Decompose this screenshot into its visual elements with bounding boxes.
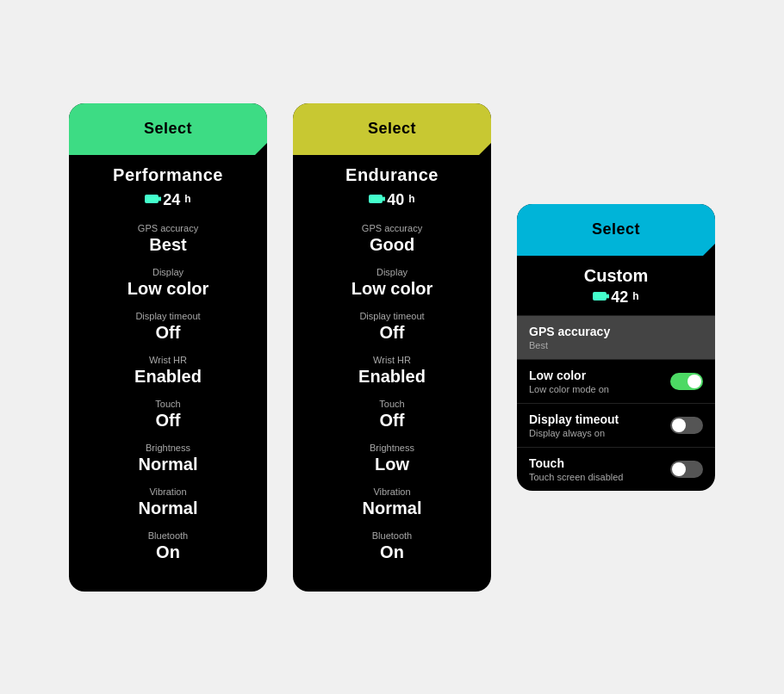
stat-vibration-label: Vibration <box>83 486 253 497</box>
stat-display-timeout: Display timeout Off <box>83 311 253 343</box>
stat-brightness-value: Normal <box>83 455 253 474</box>
endurance-stat-vibration: Vibration Normal <box>307 486 477 518</box>
endurance-stat-brightness: Brightness Low <box>307 443 477 474</box>
custom-body: Custom 42 h GPS accuracy Best Low color … <box>517 256 715 491</box>
custom-mode-name: Custom <box>517 266 715 286</box>
setting-touch[interactable]: Touch Touch screen disabled <box>517 447 715 491</box>
setting-gps-sub: Best <box>529 340 610 350</box>
endurance-battery-row: 40 h <box>307 189 477 209</box>
setting-display-timeout-title: Display timeout <box>529 412 619 426</box>
endurance-stat-display-timeout: Display timeout Off <box>307 311 477 343</box>
endurance-stat-display: Display Low color <box>307 267 477 299</box>
endurance-battery-hours: 40 h <box>387 189 414 209</box>
battery-icon <box>145 195 159 203</box>
endurance-stat-wrist-hr-value: Enabled <box>307 367 477 387</box>
stat-display-value: Low color <box>83 279 253 299</box>
endurance-stat-display-label: Display <box>307 267 477 277</box>
endurance-stat-touch-label: Touch <box>307 399 477 409</box>
stat-touch-label: Touch <box>83 399 253 409</box>
custom-select-label[interactable]: Select <box>592 220 640 239</box>
endurance-stat-gps-value: Good <box>307 235 477 255</box>
touch-toggle[interactable] <box>670 461 703 478</box>
endurance-stat-brightness-label: Brightness <box>307 443 477 453</box>
endurance-stat-display-timeout-label: Display timeout <box>307 311 477 321</box>
endurance-stat-touch: Touch Off <box>307 399 477 431</box>
performance-body: Performance 24 h GPS accuracy Best Displ… <box>69 155 267 592</box>
setting-low-color-left: Low color Low color mode on <box>529 369 609 394</box>
stat-vibration-value: Normal <box>83 499 253 518</box>
performance-select-label[interactable]: Select <box>144 120 192 138</box>
setting-touch-left: Touch Touch screen disabled <box>529 456 623 482</box>
endurance-stat-display-timeout-value: Off <box>307 323 477 343</box>
setting-touch-title: Touch <box>529 456 623 470</box>
endurance-stat-bluetooth-label: Bluetooth <box>307 530 477 541</box>
display-timeout-toggle-knob <box>672 418 686 432</box>
endurance-stat-vibration-value: Normal <box>307 499 477 518</box>
performance-battery-hours: 24 h <box>163 189 190 209</box>
endurance-stat-bluetooth: Bluetooth On <box>307 530 477 562</box>
stat-display-timeout-value: Off <box>83 323 253 343</box>
low-color-toggle[interactable] <box>670 373 703 390</box>
stat-bluetooth-label: Bluetooth <box>83 530 253 541</box>
stat-bluetooth: Bluetooth On <box>83 530 253 562</box>
endurance-corner <box>479 143 491 155</box>
stat-gps-value: Best <box>83 235 253 255</box>
performance-card: Select Performance 24 h GPS accuracy Bes… <box>69 103 267 592</box>
stat-brightness-label: Brightness <box>83 443 253 453</box>
stat-gps-accuracy: GPS accuracy Best <box>83 223 253 255</box>
endurance-header[interactable]: Select <box>293 103 491 155</box>
stat-bluetooth-value: On <box>83 542 253 562</box>
stat-touch: Touch Off <box>83 399 253 431</box>
endurance-stat-brightness-value: Low <box>307 455 477 474</box>
setting-low-color-sub: Low color mode on <box>529 384 609 394</box>
endurance-stat-bluetooth-value: On <box>307 542 477 562</box>
setting-display-timeout-sub: Display always on <box>529 428 619 438</box>
setting-gps-left: GPS accuracy Best <box>529 325 610 350</box>
custom-battery-hours: 42 h <box>611 286 638 307</box>
endurance-card: Select Endurance 40 h GPS accuracy Good … <box>293 103 491 592</box>
stat-wrist-hr-label: Wrist HR <box>83 355 253 365</box>
stat-display: Display Low color <box>83 267 253 299</box>
endurance-stat-wrist-hr-label: Wrist HR <box>307 355 477 365</box>
setting-display-timeout-left: Display timeout Display always on <box>529 412 619 438</box>
touch-toggle-knob <box>672 462 686 476</box>
setting-gps-accuracy[interactable]: GPS accuracy Best <box>517 315 715 359</box>
setting-touch-sub: Touch screen disabled <box>529 472 623 482</box>
performance-battery-row: 24 h <box>83 189 253 209</box>
endurance-stat-display-value: Low color <box>307 279 477 299</box>
endurance-mode-name: Endurance <box>307 165 477 185</box>
endurance-stat-gps-label: GPS accuracy <box>307 223 477 233</box>
stat-display-timeout-label: Display timeout <box>83 311 253 321</box>
stat-vibration: Vibration Normal <box>83 486 253 518</box>
endurance-stat-vibration-label: Vibration <box>307 486 477 497</box>
setting-display-timeout[interactable]: Display timeout Display always on <box>517 403 715 447</box>
low-color-toggle-knob <box>688 375 701 388</box>
endurance-select-label[interactable]: Select <box>368 120 416 138</box>
setting-gps-title: GPS accuracy <box>529 325 610 338</box>
battery-icon-custom <box>593 292 607 301</box>
custom-card: Select Custom 42 h GPS accuracy Best Low… <box>517 204 715 491</box>
endurance-body: Endurance 40 h GPS accuracy Good Display… <box>293 155 491 592</box>
stat-wrist-hr: Wrist HR Enabled <box>83 355 253 387</box>
endurance-stat-touch-value: Off <box>307 411 477 431</box>
performance-header[interactable]: Select <box>69 103 267 155</box>
stat-touch-value: Off <box>83 411 253 431</box>
endurance-stat-gps-accuracy: GPS accuracy Good <box>307 223 477 255</box>
battery-icon-endurance <box>369 195 383 203</box>
stat-wrist-hr-value: Enabled <box>83 367 253 387</box>
endurance-stat-wrist-hr: Wrist HR Enabled <box>307 355 477 387</box>
display-timeout-toggle[interactable] <box>670 417 703 434</box>
setting-low-color-title: Low color <box>529 369 609 382</box>
stat-brightness: Brightness Normal <box>83 443 253 474</box>
custom-battery-row: 42 h <box>517 286 715 307</box>
stat-display-label: Display <box>83 267 253 277</box>
custom-header[interactable]: Select <box>517 204 715 256</box>
performance-corner <box>255 143 267 155</box>
custom-corner <box>703 244 715 256</box>
stat-gps-label: GPS accuracy <box>83 223 253 233</box>
performance-mode-name: Performance <box>83 165 253 185</box>
setting-low-color[interactable]: Low color Low color mode on <box>517 359 715 403</box>
